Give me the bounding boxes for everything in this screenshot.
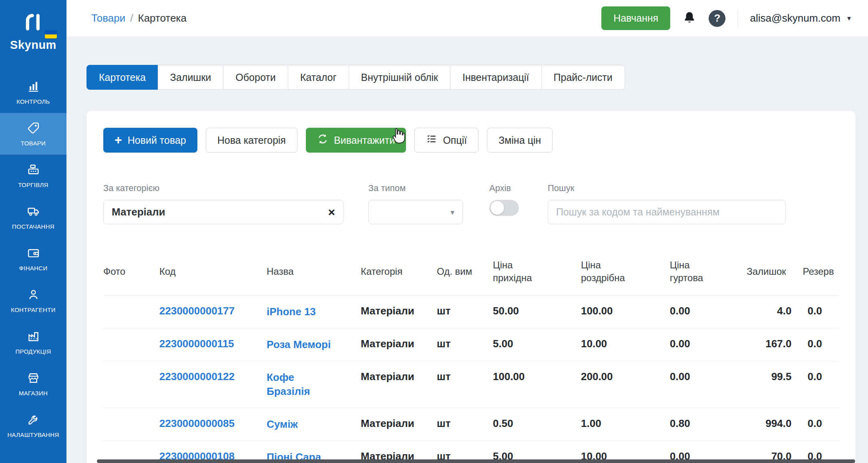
table-row: 2230000000122 Кофе Бразілія Матеріали шт… [103,361,839,408]
sidebar-menu: КОНТРОЛЬ ТОВАРИ ТОРГІВЛЯ ПОСТАЧАННЯ ФІНА… [0,71,66,446]
sidebar-item-label: ПОСТАЧАННЯ [12,223,54,230]
chevron-down-icon: ▼ [846,15,852,22]
checklist-icon [426,133,437,147]
archive-toggle[interactable] [489,200,519,216]
breadcrumb-separator: / [130,12,133,24]
horizontal-scrollbar[interactable] [97,459,855,463]
stock-cell: 994.0 [747,408,803,441]
table-row: 2230000000177 iPhone 13 Матеріали шт 50.… [103,295,839,328]
wrench-icon [27,413,40,428]
factory-icon [27,330,40,344]
name-link[interactable]: Роза Меморі [267,338,331,352]
account-menu[interactable]: alisa@skynum.com ▼ [750,12,852,24]
header-divider [737,9,738,28]
price-retail-cell: 200.00 [581,361,670,408]
code-link[interactable]: 2230000000122 [159,370,235,382]
sidebar-item-control[interactable]: КОНТРОЛЬ [0,71,66,113]
unit-cell: шт [437,408,493,441]
tab-oboroty[interactable]: Обороти [223,65,288,90]
photo-cell [103,328,159,361]
new-product-button[interactable]: + Новий товар [103,128,197,153]
name-cell: Роза Меморі [267,328,361,361]
sidebar-item-supply[interactable]: ПОСТАЧАННЯ [0,196,66,238]
question-mark-icon: ? [709,10,725,27]
search-filter-label: Пошук [548,183,786,193]
code-link[interactable]: 2230000000115 [159,338,234,350]
search-filter: Пошук [548,183,786,224]
category-filter: За категорією Матеріали × [103,183,344,224]
category-cell: Матеріали [361,295,437,328]
category-select-value: Матеріали [112,206,165,218]
code-link[interactable]: 2230000000177 [159,305,235,317]
photo-cell [103,295,159,328]
name-link[interactable]: iPhone 13 [267,305,316,319]
price-change-button[interactable]: Зміна цін [487,128,553,153]
tab-inventaryzatsii[interactable]: Інвентаризації [450,65,542,90]
search-input[interactable] [548,200,786,224]
sidebar-item-goods[interactable]: ТОВАРИ [0,113,66,155]
sidebar-item-trade[interactable]: ТОРГІВЛЯ [0,155,66,196]
sidebar-item-label: КОНТРАГЕНТИ [11,306,55,313]
breadcrumb: Товари / Картотека [91,12,187,24]
top-header: Товари / Картотека Навчання ? alisa@skyn… [66,0,868,36]
breadcrumb-parent-link[interactable]: Товари [91,12,125,24]
photo-cell [103,408,159,441]
sidebar-item-label: ТОВАРИ [21,140,46,147]
name-link[interactable]: Суміж [267,417,298,431]
sidebar-item-shop[interactable]: МАГАЗИН [0,363,66,405]
reserve-cell: 0.0 [803,328,839,361]
code-cell: 2230000000122 [159,361,267,408]
category-cell: Матеріали [361,361,437,408]
new-category-button[interactable]: Нова категорія [206,128,297,153]
toolbar: + Новий товар Нова категорія Вивантажити… [86,111,856,153]
tab-zalyshky[interactable]: Залишки [158,65,224,90]
export-label: Вивантажити [334,135,395,146]
sidebar-item-settings[interactable]: НАЛАШТУВАННЯ [0,405,66,446]
price-wholesale-cell: 0.00 [670,328,747,361]
help-button[interactable]: ? [709,10,725,27]
code-cell: 2230000000115 [159,328,267,361]
tab-kartoteka[interactable]: Картотека [86,65,158,90]
table-header-row: Фото Код Назва Категорія Од. вим Ціна пр… [103,249,839,295]
name-cell: iPhone 13 [267,295,361,328]
options-button[interactable]: Опції [414,128,478,153]
name-cell: Кофе Бразілія [267,361,361,408]
sidebar-item-partners[interactable]: КОНТРАГЕНТИ [0,280,66,321]
sidebar-item-label: ФІНАНСИ [19,265,48,272]
col-price-retail: Ціна роздрібна [581,249,670,295]
sidebar-item-production[interactable]: ПРОДУКЦІЯ [0,321,66,363]
stock-cell: 99.5 [747,361,803,408]
tab-vnutrishniy-oblik[interactable]: Внутрішній облік [349,65,450,90]
notifications-button[interactable] [682,10,697,26]
stock-cell: 4.0 [747,295,803,328]
skynum-logo-icon [20,29,46,36]
code-link[interactable]: 2230000000085 [159,417,235,429]
section-tabs: Картотека Залишки Обороти Каталог Внутрі… [86,65,625,90]
unit-cell: шт [437,328,493,361]
tab-kataloh[interactable]: Каталог [288,65,349,90]
col-reserve: Резерв [803,249,839,295]
tab-prays-lysty[interactable]: Прайс-листи [541,65,625,90]
topbar-actions: Навчання ? alisa@skynum.com ▼ [601,6,852,30]
sidebar-item-label: ПРОДУКЦІЯ [15,348,51,355]
type-filter: За типом ▾ [368,183,463,224]
sidebar-item-finance[interactable]: ФІНАНСИ [0,238,66,280]
code-cell: 2230000000177 [159,295,267,328]
name-link[interactable]: Кофе Бразілія [267,370,337,399]
filters-bar: За категорією Матеріали × За типом ▾ Арх… [86,183,856,224]
photo-cell [103,361,159,408]
col-price-in: Ціна прихідна [493,249,581,295]
category-select[interactable]: Матеріали × [103,200,344,224]
sidebar-item-label: КОНТРОЛЬ [16,98,50,105]
training-button[interactable]: Навчання [601,6,670,30]
export-button[interactable]: Вивантажити [306,128,406,153]
clear-icon[interactable]: × [328,206,335,218]
ukraine-flag-icon [45,30,57,38]
col-stock: Залишок [747,249,803,295]
options-label: Опції [443,135,467,146]
logo-block[interactable]: Skynum [0,0,66,71]
code-cell: 2230000000085 [159,408,267,441]
type-select[interactable]: ▾ [368,200,463,224]
stock-cell: 167.0 [747,328,803,361]
sidebar-item-label: ТОРГІВЛЯ [18,181,48,188]
